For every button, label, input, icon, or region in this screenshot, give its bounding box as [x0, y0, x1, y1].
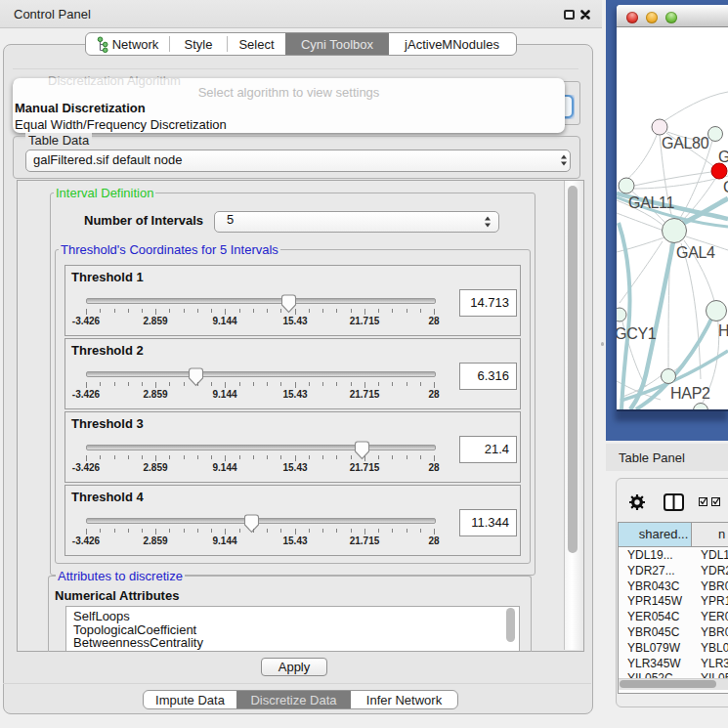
svg-text:H: H [718, 322, 728, 339]
svg-text:HAP2: HAP2 [670, 385, 710, 402]
svg-text:GAL4: GAL4 [676, 244, 715, 261]
svg-text:GAL11: GAL11 [628, 194, 675, 211]
svg-text:G: G [718, 149, 728, 165]
svg-text:GCY1: GCY1 [617, 325, 657, 342]
svg-text:GAL80: GAL80 [662, 135, 709, 151]
svg-text:C: C [723, 179, 728, 195]
